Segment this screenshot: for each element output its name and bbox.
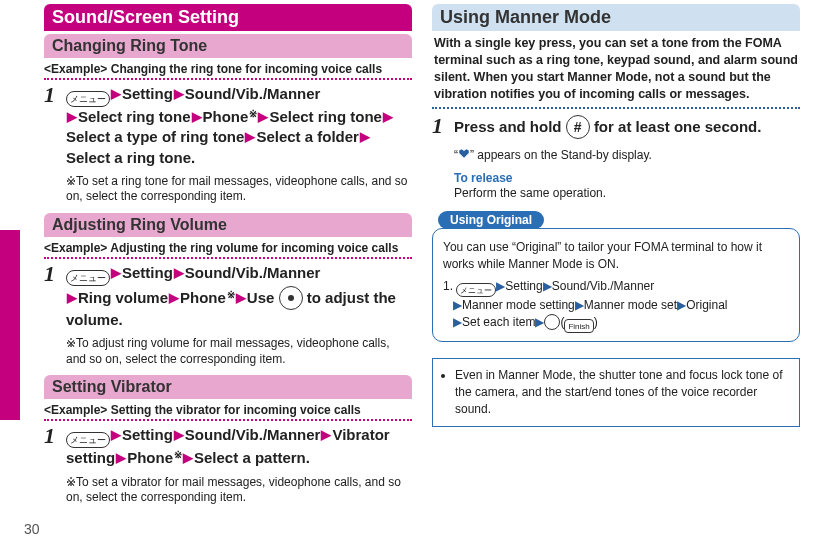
path-item: Select ring tone [78, 108, 191, 125]
divider [44, 78, 412, 80]
divider [432, 107, 800, 109]
arrow-icon: ▶ [174, 85, 184, 103]
arrow-icon: ▶ [174, 426, 184, 444]
path-item: Setting [122, 426, 173, 443]
path-item: Manner mode setting [462, 298, 575, 312]
appears-text: ” appears on the Stand-by display. [470, 148, 652, 162]
info-box: Even in Manner Mode, the shutter tone an… [432, 358, 800, 426]
callout-original: Using Original You can use “Original” to… [432, 211, 800, 342]
subheading-ringtone: Changing Ring Tone [44, 34, 412, 58]
step-text: Press and hold [454, 118, 562, 135]
path-item: Phone [203, 108, 249, 125]
arrow-icon: ▶ [111, 264, 121, 282]
arrow-icon: ▶ [111, 426, 121, 444]
path-item: Original [686, 298, 727, 312]
path-item: Sound/Vib./Manner [552, 279, 655, 293]
step-number: 1 [44, 425, 58, 468]
right-column: Using Manner Mode With a single key pres… [432, 4, 800, 514]
hash-symbol: # [567, 116, 589, 138]
page-number: 30 [24, 521, 40, 537]
path-item: Phone [180, 289, 226, 306]
arrow-icon: ▶ [174, 264, 184, 282]
path-item: Manner mode set [584, 298, 677, 312]
arrow-icon: ▶ [116, 449, 126, 467]
step-body: メニュー▶Setting▶Sound/Vib./Manner▶Vibrator … [66, 425, 412, 468]
step-body: メニュー▶Setting▶Sound/Vib./Manner ▶Select r… [66, 84, 412, 168]
arrow-icon: ▶ [453, 315, 462, 329]
path-item: Phone [127, 449, 173, 466]
path-item: Select ring tone [269, 108, 382, 125]
path-item: Select a pattern. [194, 449, 310, 466]
arrow-icon: ▶ [245, 128, 255, 146]
path-item: Ring volume [78, 289, 168, 306]
arrow-icon: ▶ [183, 449, 193, 467]
step-body: メニュー▶Setting▶Sound/Vib./Manner ▶Ring vol… [66, 263, 412, 330]
arrow-icon: ▶ [258, 108, 268, 126]
manner-mode-heart-icon [458, 148, 470, 160]
quote-open: “ [454, 148, 458, 162]
menu-key-icon: メニュー [456, 283, 496, 297]
path-item: Sound/Vib./Manner [185, 264, 321, 281]
example-volume: <Example> Adjusting the ring volume for … [44, 241, 412, 255]
hash-key-icon: # [566, 115, 590, 139]
path-item: Set each item [462, 315, 535, 329]
path-item: Setting [122, 85, 173, 102]
arrow-icon: ▶ [192, 108, 202, 126]
path-item: Setting [122, 264, 173, 281]
path-item: Select a ring tone. [66, 149, 195, 166]
example-vibrator: <Example> Setting the vibrator for incom… [44, 403, 412, 417]
arrow-icon: ▶ [496, 279, 505, 293]
main-heading: Sound/Screen Setting [44, 4, 412, 31]
arrow-icon: ▶ [677, 298, 686, 312]
step-number: 1 [432, 115, 446, 139]
step-body: Press and hold # for at least one second… [454, 115, 800, 139]
camera-key-icon [544, 314, 560, 330]
arrow-icon: ▶ [67, 289, 77, 307]
navigation-key-icon [279, 286, 303, 310]
footnote-vibrator: ※To set a vibrator for mail messages, vi… [66, 475, 412, 506]
callout-title: Using Original [438, 211, 544, 229]
path-item: Select a type of ring tone [66, 128, 244, 145]
path-item: Setting [505, 279, 542, 293]
arrow-icon: ▶ [575, 298, 584, 312]
arrow-icon: ▶ [453, 298, 462, 312]
menu-key-icon: メニュー [66, 432, 110, 448]
footnote-ringtone: ※To set a ring tone for mail messages, v… [66, 174, 412, 205]
subheading-vibrator: Setting Vibrator [44, 375, 412, 399]
step-volume: 1 メニュー▶Setting▶Sound/Vib./Manner ▶Ring v… [44, 263, 412, 330]
arrow-icon: ▶ [169, 289, 179, 307]
footnote-ref: ※ [227, 289, 235, 300]
footnote-ref: ※ [249, 108, 257, 119]
footnote-ref: ※ [174, 449, 182, 460]
path-item: Select a folder [256, 128, 359, 145]
arrow-icon: ▶ [236, 289, 246, 307]
step-ringtone: 1 メニュー▶Setting▶Sound/Vib./Manner ▶Select… [44, 84, 412, 168]
side-tab-label: Basic Operation [0, 272, 21, 410]
release-text: Perform the same operation. [454, 185, 800, 201]
step-vibrator: 1 メニュー▶Setting▶Sound/Vib./Manner▶Vibrato… [44, 425, 412, 468]
step-manner-mode: 1 Press and hold # for at least one seco… [432, 115, 800, 139]
divider [44, 257, 412, 259]
release-label: To release [454, 171, 800, 185]
menu-key-icon: メニュー [66, 91, 110, 107]
example-ringtone: <Example> Changing the ring tone for inc… [44, 62, 412, 76]
callout-text: You can use “Original” to tailor your FO… [443, 239, 789, 273]
step-number: 1 [44, 84, 58, 168]
intro-manner-mode: With a single key press, you can set a t… [434, 35, 798, 103]
step-number: 1 [44, 263, 58, 330]
use-text: Use [247, 289, 275, 306]
menu-key-icon: メニュー [66, 270, 110, 286]
arrow-icon: ▶ [543, 279, 552, 293]
arrow-icon: ▶ [535, 315, 544, 329]
callout-steps: 1. メニュー▶Setting▶Sound/Vib./Manner ▶Manne… [443, 278, 789, 333]
left-column: Sound/Screen Setting Changing Ring Tone … [44, 4, 412, 514]
side-tab: Basic Operation [0, 110, 22, 430]
arrow-icon: ▶ [360, 128, 370, 146]
arrow-icon: ▶ [321, 426, 331, 444]
callout-step-number: 1. [443, 279, 453, 293]
arrow-icon: ▶ [67, 108, 77, 126]
appears-line: “” appears on the Stand-by display. [454, 147, 800, 163]
subheading-volume: Adjusting Ring Volume [44, 213, 412, 237]
heading-manner-mode: Using Manner Mode [432, 4, 800, 31]
step-text: for at least one second. [594, 118, 762, 135]
